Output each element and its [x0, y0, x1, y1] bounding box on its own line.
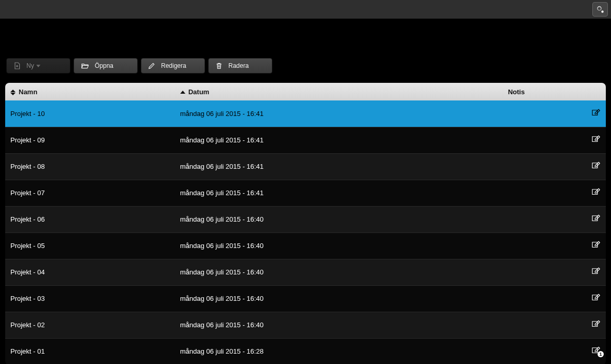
- cell-date: måndag 06 juli 2015 - 16:40: [175, 259, 503, 285]
- note-pencil-icon: [590, 135, 601, 144]
- cell-action: [581, 232, 606, 259]
- note-pencil-icon: [590, 267, 601, 276]
- cell-name: Projekt - 06: [5, 206, 175, 232]
- note-pencil-icon: [590, 240, 601, 250]
- open-button-label: Öppna: [95, 62, 113, 69]
- cell-notis: [503, 232, 581, 259]
- cell-notis: [503, 338, 581, 364]
- cell-name: Projekt - 02: [5, 312, 175, 338]
- action-toolbar: Ny Öppna Redigera Radera: [5, 58, 606, 74]
- row-edit-button[interactable]: [590, 135, 601, 144]
- cell-action: [581, 100, 606, 127]
- note-pencil-icon: [590, 161, 601, 170]
- cell-notis: [503, 127, 581, 153]
- pencil-icon: [148, 62, 156, 70]
- cell-name: Projekt - 07: [5, 180, 175, 206]
- cell-action: [581, 180, 606, 206]
- cell-name: Projekt - 03: [5, 285, 175, 312]
- row-edit-button[interactable]: 1: [590, 346, 601, 355]
- cell-name: Projekt - 05: [5, 232, 175, 259]
- note-pencil-icon: [590, 108, 601, 118]
- cell-date: måndag 06 juli 2015 - 16:41: [175, 127, 503, 153]
- open-button[interactable]: Öppna: [74, 58, 138, 74]
- table-header: Namn Datum Notis: [5, 83, 606, 100]
- cell-notis: [503, 153, 581, 180]
- table-row[interactable]: Projekt - 05måndag 06 juli 2015 - 16:40: [5, 232, 606, 259]
- delete-button[interactable]: Radera: [208, 58, 272, 74]
- gears-icon: [595, 5, 605, 14]
- cell-action: [581, 153, 606, 180]
- cell-notis: [503, 100, 581, 127]
- table-row[interactable]: Projekt - 03måndag 06 juli 2015 - 16:40: [5, 285, 606, 312]
- note-pencil-icon: [590, 293, 601, 302]
- table-row[interactable]: Projekt - 01måndag 06 juli 2015 - 16:281: [5, 338, 606, 364]
- table-row[interactable]: Projekt - 07måndag 06 juli 2015 - 16:41: [5, 180, 606, 206]
- cell-date: måndag 06 juli 2015 - 16:41: [175, 100, 503, 127]
- table-row[interactable]: Projekt - 06måndag 06 juli 2015 - 16:40: [5, 206, 606, 232]
- cell-date: måndag 06 juli 2015 - 16:41: [175, 180, 503, 206]
- col-header-date-label: Datum: [188, 88, 209, 96]
- cell-date: måndag 06 juli 2015 - 16:40: [175, 312, 503, 338]
- row-edit-button[interactable]: [590, 267, 601, 276]
- notification-badge: 1: [598, 351, 604, 357]
- col-header-name[interactable]: Namn: [5, 83, 175, 100]
- edit-button[interactable]: Redigera: [141, 58, 205, 74]
- cell-action: [581, 285, 606, 312]
- settings-button[interactable]: [592, 2, 608, 17]
- note-pencil-icon: [590, 187, 601, 197]
- row-edit-button[interactable]: [590, 187, 601, 197]
- new-button[interactable]: Ny: [6, 58, 70, 74]
- cell-action: [581, 259, 606, 285]
- cell-date: måndag 06 juli 2015 - 16:28: [175, 338, 503, 364]
- cell-notis: [503, 206, 581, 232]
- cell-name: Projekt - 10: [5, 100, 175, 127]
- row-edit-button[interactable]: [590, 161, 601, 170]
- cell-notis: [503, 259, 581, 285]
- delete-button-label: Radera: [228, 62, 249, 69]
- caret-down-icon: [36, 65, 40, 67]
- row-edit-button[interactable]: [590, 240, 601, 250]
- cell-name: Projekt - 04: [5, 259, 175, 285]
- edit-button-label: Redigera: [161, 62, 186, 69]
- row-edit-button[interactable]: [590, 214, 601, 223]
- sort-asc-icon: [180, 91, 185, 94]
- col-header-name-label: Namn: [19, 88, 37, 96]
- cell-date: måndag 06 juli 2015 - 16:40: [175, 285, 503, 312]
- note-pencil-icon: [590, 214, 601, 223]
- top-bar: [0, 0, 611, 19]
- row-edit-button[interactable]: [590, 319, 601, 329]
- table-row[interactable]: Projekt - 04måndag 06 juli 2015 - 16:40: [5, 259, 606, 285]
- file-plus-icon: [13, 62, 21, 70]
- row-edit-button[interactable]: [590, 108, 601, 118]
- cell-date: måndag 06 juli 2015 - 16:40: [175, 232, 503, 259]
- cell-name: Projekt - 01: [5, 338, 175, 364]
- trash-icon: [215, 62, 223, 70]
- cell-name: Projekt - 09: [5, 127, 175, 153]
- cell-notis: [503, 285, 581, 312]
- project-table: Namn Datum Notis Projekt - 10måndag 06 j…: [5, 83, 606, 364]
- cell-action: [581, 127, 606, 153]
- cell-name: Projekt - 08: [5, 153, 175, 180]
- col-header-date[interactable]: Datum: [175, 83, 503, 100]
- cell-date: måndag 06 juli 2015 - 16:41: [175, 153, 503, 180]
- cell-action: [581, 206, 606, 232]
- cell-notis: [503, 180, 581, 206]
- col-header-notis[interactable]: Notis: [503, 83, 581, 100]
- cell-date: måndag 06 juli 2015 - 16:40: [175, 206, 503, 232]
- row-edit-button[interactable]: [590, 293, 601, 302]
- col-header-notis-label: Notis: [508, 88, 525, 96]
- svg-point-0: [601, 10, 604, 13]
- table-row[interactable]: Projekt - 10måndag 06 juli 2015 - 16:41: [5, 100, 606, 127]
- folder-open-icon: [80, 62, 90, 70]
- cell-notis: [503, 312, 581, 338]
- table-row[interactable]: Projekt - 08måndag 06 juli 2015 - 16:41: [5, 153, 606, 180]
- cell-action: 1: [581, 338, 606, 364]
- table-row[interactable]: Projekt - 09måndag 06 juli 2015 - 16:41: [5, 127, 606, 153]
- table-row[interactable]: Projekt - 02måndag 06 juli 2015 - 16:40: [5, 312, 606, 338]
- new-button-label: Ny: [26, 62, 34, 69]
- sort-both-icon: [10, 90, 16, 95]
- cell-action: [581, 312, 606, 338]
- note-pencil-icon: [590, 319, 601, 329]
